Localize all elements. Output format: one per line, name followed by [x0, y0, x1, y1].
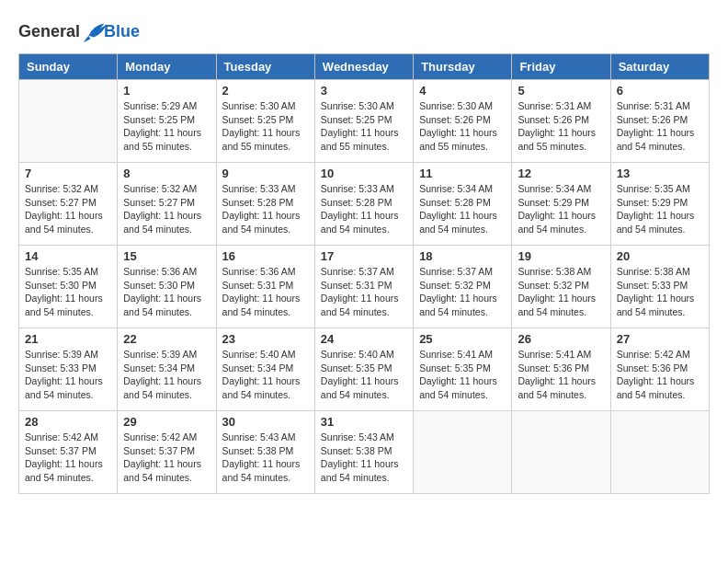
day-info: Sunrise: 5:41 AM Sunset: 5:35 PM Dayligh…	[419, 348, 506, 402]
day-number: 3	[321, 84, 407, 98]
calendar-cell: 28Sunrise: 5:42 AM Sunset: 5:37 PM Dayli…	[19, 411, 118, 494]
day-number: 4	[419, 84, 506, 98]
calendar-cell: 21Sunrise: 5:39 AM Sunset: 5:33 PM Dayli…	[19, 328, 118, 411]
day-info: Sunrise: 5:42 AM Sunset: 5:37 PM Dayligh…	[123, 431, 210, 485]
day-number: 31	[321, 415, 407, 429]
day-number: 15	[123, 249, 210, 263]
calendar-cell: 14Sunrise: 5:35 AM Sunset: 5:30 PM Dayli…	[19, 246, 118, 328]
day-number: 6	[617, 84, 703, 98]
day-info: Sunrise: 5:35 AM Sunset: 5:30 PM Dayligh…	[25, 265, 111, 319]
day-info: Sunrise: 5:43 AM Sunset: 5:38 PM Dayligh…	[321, 431, 407, 485]
day-number: 5	[518, 84, 604, 98]
day-info: Sunrise: 5:30 AM Sunset: 5:25 PM Dayligh…	[222, 99, 309, 154]
calendar-cell: 25Sunrise: 5:41 AM Sunset: 5:35 PM Dayli…	[414, 328, 512, 411]
day-number: 16	[222, 249, 309, 263]
weekday-header-friday: Friday	[512, 54, 610, 80]
day-info: Sunrise: 5:34 AM Sunset: 5:28 PM Dayligh…	[419, 182, 506, 236]
calendar-cell: 23Sunrise: 5:40 AM Sunset: 5:34 PM Dayli…	[216, 328, 314, 411]
day-info: Sunrise: 5:39 AM Sunset: 5:33 PM Dayligh…	[25, 348, 111, 402]
day-info: Sunrise: 5:36 AM Sunset: 5:31 PM Dayligh…	[222, 265, 309, 319]
logo-general: General	[18, 22, 80, 41]
calendar-table: SundayMondayTuesdayWednesdayThursdayFrid…	[18, 53, 710, 494]
logo: General Blue	[18, 18, 140, 44]
calendar-cell: 22Sunrise: 5:39 AM Sunset: 5:34 PM Dayli…	[118, 328, 216, 411]
calendar-cell: 30Sunrise: 5:43 AM Sunset: 5:38 PM Dayli…	[216, 411, 314, 494]
weekday-header-monday: Monday	[118, 54, 216, 80]
day-info: Sunrise: 5:29 AM Sunset: 5:25 PM Dayligh…	[123, 99, 210, 154]
calendar-cell: 19Sunrise: 5:38 AM Sunset: 5:32 PM Dayli…	[512, 246, 610, 328]
day-number: 12	[518, 167, 604, 180]
day-number: 21	[25, 332, 111, 346]
day-info: Sunrise: 5:33 AM Sunset: 5:28 PM Dayligh…	[222, 182, 309, 236]
weekday-header-row: SundayMondayTuesdayWednesdayThursdayFrid…	[19, 54, 710, 80]
day-info: Sunrise: 5:33 AM Sunset: 5:28 PM Dayligh…	[321, 182, 407, 236]
day-info: Sunrise: 5:32 AM Sunset: 5:27 PM Dayligh…	[123, 182, 210, 236]
calendar-cell: 26Sunrise: 5:41 AM Sunset: 5:36 PM Dayli…	[512, 328, 610, 411]
weekday-header-thursday: Thursday	[414, 54, 512, 80]
day-info: Sunrise: 5:34 AM Sunset: 5:29 PM Dayligh…	[518, 182, 604, 236]
calendar-week-row: 21Sunrise: 5:39 AM Sunset: 5:33 PM Dayli…	[19, 328, 710, 411]
weekday-header-sunday: Sunday	[19, 54, 118, 80]
calendar-cell: 9Sunrise: 5:33 AM Sunset: 5:28 PM Daylig…	[216, 163, 314, 246]
day-info: Sunrise: 5:38 AM Sunset: 5:33 PM Dayligh…	[617, 265, 703, 319]
day-info: Sunrise: 5:42 AM Sunset: 5:37 PM Dayligh…	[25, 431, 111, 485]
day-number: 1	[123, 84, 210, 98]
day-number: 13	[617, 167, 703, 180]
calendar-cell: 13Sunrise: 5:35 AM Sunset: 5:29 PM Dayli…	[610, 163, 709, 246]
calendar-cell: 10Sunrise: 5:33 AM Sunset: 5:28 PM Dayli…	[314, 163, 413, 246]
day-info: Sunrise: 5:38 AM Sunset: 5:32 PM Dayligh…	[518, 265, 604, 319]
day-info: Sunrise: 5:40 AM Sunset: 5:34 PM Dayligh…	[222, 348, 309, 402]
day-number: 11	[419, 167, 506, 180]
calendar-cell: 7Sunrise: 5:32 AM Sunset: 5:27 PM Daylig…	[19, 163, 118, 246]
weekday-header-saturday: Saturday	[610, 54, 709, 80]
day-info: Sunrise: 5:35 AM Sunset: 5:29 PM Dayligh…	[617, 182, 703, 236]
calendar-cell: 17Sunrise: 5:37 AM Sunset: 5:31 PM Dayli…	[314, 246, 413, 328]
day-info: Sunrise: 5:30 AM Sunset: 5:25 PM Dayligh…	[321, 99, 407, 154]
day-info: Sunrise: 5:41 AM Sunset: 5:36 PM Dayligh…	[518, 348, 604, 402]
calendar-cell: 16Sunrise: 5:36 AM Sunset: 5:31 PM Dayli…	[216, 246, 314, 328]
day-info: Sunrise: 5:37 AM Sunset: 5:31 PM Dayligh…	[321, 265, 407, 319]
day-info: Sunrise: 5:39 AM Sunset: 5:34 PM Dayligh…	[123, 348, 210, 402]
day-number: 8	[123, 167, 210, 180]
calendar-cell: 18Sunrise: 5:37 AM Sunset: 5:32 PM Dayli…	[414, 246, 512, 328]
day-number: 25	[419, 332, 506, 346]
day-number: 18	[419, 249, 506, 263]
day-info: Sunrise: 5:30 AM Sunset: 5:26 PM Dayligh…	[419, 99, 506, 154]
day-info: Sunrise: 5:31 AM Sunset: 5:26 PM Dayligh…	[617, 99, 703, 154]
day-number: 19	[518, 249, 604, 263]
calendar-cell: 15Sunrise: 5:36 AM Sunset: 5:30 PM Dayli…	[118, 246, 216, 328]
calendar-week-row: 28Sunrise: 5:42 AM Sunset: 5:37 PM Dayli…	[19, 411, 710, 494]
calendar-cell: 29Sunrise: 5:42 AM Sunset: 5:37 PM Dayli…	[118, 411, 216, 494]
day-info: Sunrise: 5:31 AM Sunset: 5:26 PM Dayligh…	[518, 99, 604, 154]
calendar-week-row: 7Sunrise: 5:32 AM Sunset: 5:27 PM Daylig…	[19, 163, 710, 246]
day-info: Sunrise: 5:37 AM Sunset: 5:32 PM Dayligh…	[419, 265, 506, 319]
day-info: Sunrise: 5:36 AM Sunset: 5:30 PM Dayligh…	[123, 265, 210, 319]
day-number: 24	[321, 332, 407, 346]
day-number: 14	[25, 249, 111, 263]
day-number: 20	[617, 249, 703, 263]
logo-text: General Blue	[18, 18, 140, 44]
calendar-cell	[512, 411, 610, 494]
day-info: Sunrise: 5:42 AM Sunset: 5:36 PM Dayligh…	[617, 348, 703, 402]
day-number: 2	[222, 84, 309, 98]
calendar-week-row: 1Sunrise: 5:29 AM Sunset: 5:25 PM Daylig…	[19, 80, 710, 163]
calendar-cell: 4Sunrise: 5:30 AM Sunset: 5:26 PM Daylig…	[414, 80, 512, 163]
day-number: 23	[222, 332, 309, 346]
day-number: 7	[25, 167, 111, 180]
calendar-cell	[414, 411, 512, 494]
day-number: 9	[222, 167, 309, 180]
calendar-cell: 24Sunrise: 5:40 AM Sunset: 5:35 PM Dayli…	[314, 328, 413, 411]
day-number: 26	[518, 332, 604, 346]
day-number: 27	[617, 332, 703, 346]
calendar-cell: 1Sunrise: 5:29 AM Sunset: 5:25 PM Daylig…	[118, 80, 216, 163]
day-info: Sunrise: 5:32 AM Sunset: 5:27 PM Dayligh…	[25, 182, 111, 236]
calendar-cell: 3Sunrise: 5:30 AM Sunset: 5:25 PM Daylig…	[314, 80, 413, 163]
day-number: 10	[321, 167, 407, 180]
calendar-cell: 2Sunrise: 5:30 AM Sunset: 5:25 PM Daylig…	[216, 80, 314, 163]
calendar-cell: 8Sunrise: 5:32 AM Sunset: 5:27 PM Daylig…	[118, 163, 216, 246]
calendar-week-row: 14Sunrise: 5:35 AM Sunset: 5:30 PM Dayli…	[19, 246, 710, 328]
calendar-cell: 5Sunrise: 5:31 AM Sunset: 5:26 PM Daylig…	[512, 80, 610, 163]
weekday-header-tuesday: Tuesday	[216, 54, 314, 80]
page-header: General Blue	[18, 18, 710, 44]
calendar-cell: 12Sunrise: 5:34 AM Sunset: 5:29 PM Dayli…	[512, 163, 610, 246]
